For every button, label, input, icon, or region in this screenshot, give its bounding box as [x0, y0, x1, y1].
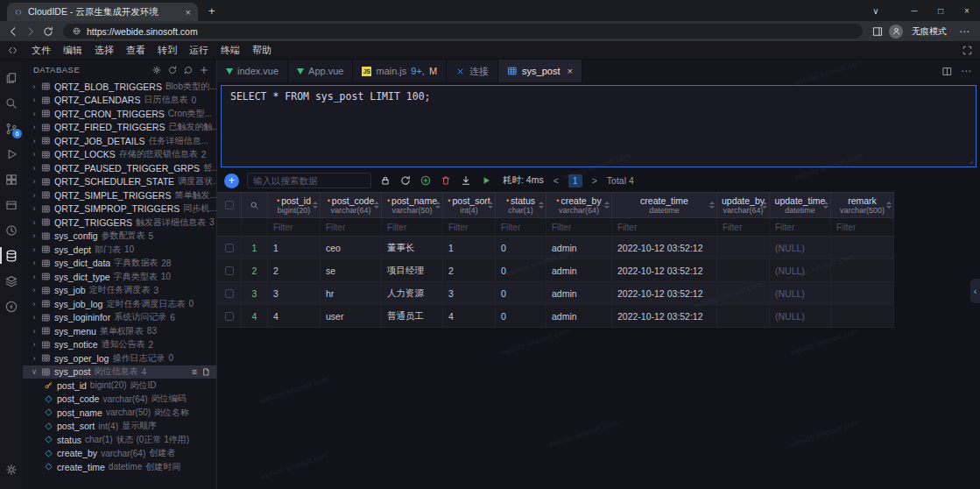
sidebar-table-sys_notice[interactable]: ›sys_notice通知公告表2 — [23, 338, 216, 352]
address-bar[interactable]: https://webide.sinosoft.com — [63, 24, 863, 39]
maximize-button[interactable]: □ — [927, 6, 954, 16]
column-header-update_time[interactable]: update_timedatetime — [770, 193, 831, 217]
row-search-cell[interactable] — [242, 193, 268, 217]
cell-post_sort[interactable]: 1 — [443, 237, 496, 259]
sidebar-table-qrtz_fired_triggers[interactable]: ›QRTZ_FIRED_TRIGGERS已触发的触... — [23, 121, 216, 135]
cell-remark[interactable] — [831, 305, 894, 327]
sidebar-table-qrtz_paused_trigger_grps[interactable]: ›QRTZ_PAUSED_TRIGGER_GRPS暂... — [23, 161, 216, 175]
column-header-status[interactable]: •statuschar(1) — [496, 193, 546, 217]
row-select-cell[interactable] — [217, 237, 242, 259]
cell-post_id[interactable]: 1 — [268, 237, 321, 259]
cell-status[interactable]: 0 — [496, 282, 546, 304]
sidebar-column-status[interactable]: statuschar(1)状态 (0正常 1停用) — [23, 433, 216, 447]
row-select-cell[interactable] — [217, 305, 242, 327]
editor-tab[interactable]: JSmain.js9+,M — [353, 60, 447, 82]
sidebar-table-sys_post[interactable]: ∨sys_post岗位信息表4≡ — [23, 365, 216, 379]
sort-icon[interactable] — [823, 202, 828, 209]
run-query-icon[interactable] — [480, 174, 492, 187]
menu-icon[interactable]: ≡ — [192, 366, 197, 377]
lock-icon[interactable] — [379, 174, 391, 187]
cell-remark[interactable] — [831, 259, 894, 281]
cell-update_time[interactable]: (NULL) — [770, 282, 831, 304]
cell-post_name[interactable]: 项目经理 — [382, 259, 443, 281]
sidebar-table-sys_dept[interactable]: ›sys_dept部门表10 — [23, 243, 216, 257]
cell-post_code[interactable]: se — [321, 259, 382, 281]
sql-editor[interactable]: SELECT * FROM sys_post LIMIT 100; — [221, 85, 976, 167]
cell-post_id[interactable]: 2 — [268, 259, 321, 281]
cell-post_name[interactable]: 普通员工 — [382, 305, 443, 327]
menu-item[interactable]: 选择 — [88, 43, 120, 57]
settings-button[interactable] — [0, 457, 23, 482]
current-page[interactable]: 1 — [568, 174, 582, 188]
editor-tab[interactable]: sys_post× — [498, 60, 582, 82]
column-header-post_name[interactable]: •post_namevarchar(50) — [382, 193, 443, 217]
browser-menu-icon[interactable]: ⋯ — [955, 25, 973, 38]
sidebar-table-sys_logininfor[interactable]: ›sys_logininfor系统访问记录6 — [23, 311, 216, 325]
cell-update_time[interactable]: (NULL) — [770, 305, 831, 327]
sidebar-column-post_code[interactable]: post_codevarchar(64)岗位编码 — [23, 393, 216, 407]
results-search-input[interactable] — [247, 173, 371, 188]
panel-collapse-button[interactable]: ‹ — [970, 279, 980, 303]
row-select-cell[interactable] — [217, 282, 242, 304]
history-icon[interactable] — [183, 65, 194, 75]
sidebar-table-sys_job[interactable]: ›sys_job定时任务调度表3 — [23, 284, 216, 298]
resize-handle-icon[interactable] — [966, 157, 975, 166]
sidebar-table-qrtz_locks[interactable]: ›QRTZ_LOCKS存储的悲观锁信息表2 — [23, 148, 216, 162]
cell-create_time[interactable]: 2022-10-12 03:52:12 — [612, 259, 717, 281]
prev-page-icon[interactable]: < — [552, 175, 561, 186]
cell-create_time[interactable]: 2022-10-12 03:52:12 — [612, 237, 717, 259]
column-header-create_by[interactable]: •create_byvarchar(64) — [546, 193, 612, 217]
sidebar-table-qrtz_job_details[interactable]: ›QRTZ_JOB_DETAILS任务详细信息... — [23, 134, 216, 148]
sidebar-table-qrtz_cron_triggers[interactable]: ›QRTZ_CRON_TRIGGERSCron类型... — [23, 107, 216, 121]
filter-input-status[interactable]: Filter — [496, 218, 546, 236]
filter-input-update_by[interactable]: Filter — [717, 218, 770, 236]
menu-item[interactable]: 文件 — [25, 43, 57, 57]
column-header-update_by[interactable]: update_byvarchar(64) — [717, 193, 770, 217]
sidebar-column-post_sort[interactable]: post_sortint(4)显示顺序 — [23, 420, 216, 434]
menu-item[interactable]: 编辑 — [57, 43, 88, 57]
open-file-icon[interactable] — [201, 367, 211, 377]
cell-update_by[interactable] — [717, 282, 770, 304]
select-all-cell[interactable] — [217, 193, 242, 217]
activity-bar-package[interactable] — [0, 192, 23, 217]
activity-bar-search[interactable] — [0, 90, 23, 116]
cell-status[interactable]: 0 — [496, 259, 546, 281]
row-select-cell[interactable] — [217, 259, 242, 281]
sort-icon[interactable] — [709, 202, 715, 209]
cell-create_by[interactable]: admin — [546, 305, 612, 327]
filter-input-remark[interactable]: Filter — [831, 218, 894, 236]
cell-update_time[interactable]: (NULL) — [770, 259, 831, 281]
add-icon[interactable] — [199, 65, 209, 75]
cell-post_code[interactable]: hr — [321, 282, 382, 304]
sidebar-table-sys_config[interactable]: ›sys_config参数配置表5 — [23, 230, 216, 244]
menu-item[interactable]: 查看 — [120, 43, 152, 57]
reload-icon[interactable] — [42, 25, 54, 38]
menu-item[interactable]: 终端 — [215, 43, 246, 57]
cell-update_by[interactable] — [717, 237, 770, 259]
sidebar-table-sys_oper_log[interactable]: ›sys_oper_log操作日志记录0 — [23, 351, 216, 365]
cell-status[interactable]: 0 — [496, 237, 546, 259]
cell-remark[interactable] — [831, 237, 894, 259]
column-header-remark[interactable]: remarkvarchar(500) — [831, 193, 894, 217]
column-header-post_id[interactable]: •post_idbigint(20) — [268, 193, 321, 217]
cell-post_name[interactable]: 人力资源 — [382, 282, 443, 304]
sidebar-table-sys_job_log[interactable]: ›sys_job_log定时任务调度日志表0 — [23, 297, 216, 311]
activity-bar-layers[interactable] — [0, 268, 23, 294]
cell-update_by[interactable] — [717, 259, 770, 281]
insert-row-icon[interactable] — [419, 174, 432, 187]
cell-create_time[interactable]: 2022-10-12 03:52:12 — [612, 305, 717, 327]
column-header-post_sort[interactable]: •post_sortint(4) — [443, 193, 496, 217]
export-icon[interactable] — [460, 174, 472, 187]
sort-icon[interactable] — [435, 202, 441, 209]
cell-create_by[interactable]: admin — [546, 282, 612, 304]
cell-update_by[interactable] — [717, 305, 770, 327]
sidebar-table-sys_dict_data[interactable]: ›sys_dict_data字典数据表28 — [23, 257, 216, 271]
activity-bar-run-and-debug[interactable] — [0, 141, 23, 167]
cell-create_time[interactable]: 2022-10-12 03:52:12 — [612, 282, 717, 304]
tab-close-icon[interactable]: × — [186, 7, 191, 18]
filter-input-post_code[interactable]: Filter — [321, 218, 382, 236]
activity-bar-extensions[interactable] — [0, 167, 23, 192]
delete-row-icon[interactable] — [440, 174, 452, 187]
activity-bar-explorer[interactable] — [0, 65, 23, 90]
filter-input-create_time[interactable]: Filter — [612, 218, 717, 236]
